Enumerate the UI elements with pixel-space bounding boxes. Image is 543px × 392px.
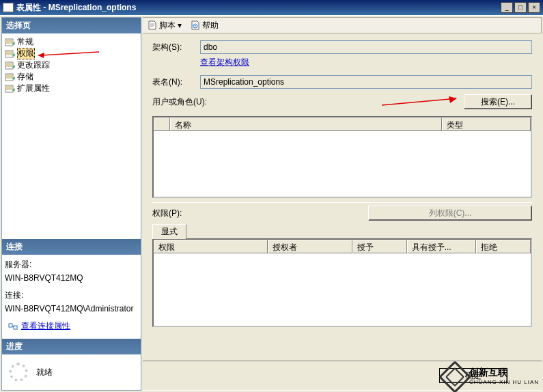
users-grid[interactable]: 名称 类型 — [152, 116, 532, 198]
script-icon — [147, 20, 158, 31]
page-icon — [5, 84, 16, 94]
script-button[interactable]: 脚本 ▾ — [147, 20, 182, 31]
sidebar-item-label: 权限 — [17, 48, 35, 59]
logo-icon — [438, 361, 471, 392]
svg-rect-8 — [14, 326, 17, 329]
connection-value: WIN-B8RVQT412MQ\Administrator — [5, 304, 138, 313]
script-label: 脚本 — [159, 20, 176, 31]
sidebar-item-label: 更改跟踪 — [17, 60, 50, 70]
connection-header: 连接 — [2, 239, 141, 255]
dropdown-icon: ▾ — [178, 20, 182, 30]
logo-subtext: CHUANG XIN HU LIAN — [469, 379, 539, 385]
annotation-arrow — [382, 96, 457, 107]
page-icon — [5, 72, 16, 82]
tab-explicit[interactable]: 显式 — [152, 224, 186, 239]
help-label: 帮助 — [202, 20, 219, 31]
minimize-button[interactable]: _ — [501, 2, 513, 13]
page-tree: 常规 权限 更改跟踪 存储 扩展属性 — [2, 33, 141, 97]
logo-text: 创新互联 — [469, 367, 507, 378]
page-icon — [5, 49, 16, 59]
name-column-header[interactable]: 名称 — [170, 117, 442, 131]
progress-ring-icon — [9, 363, 28, 382]
permissions-label: 权限(P): — [152, 208, 368, 219]
grantor-column-header[interactable]: 授权者 — [268, 240, 352, 253]
sidebar-item-general[interactable]: 常规 — [3, 36, 139, 48]
table-name-field[interactable] — [200, 75, 532, 89]
permission-column-header[interactable]: 权限 — [154, 240, 268, 253]
maximize-button[interactable]: □ — [514, 2, 527, 13]
deny-column-header[interactable]: 拒绝 — [476, 240, 531, 253]
row-selector-header[interactable] — [154, 117, 170, 131]
permissions-grid[interactable]: 权限 授权者 授予 具有授予... 拒绝 — [152, 238, 532, 327]
view-schema-permissions-link[interactable]: 查看架构权限 — [200, 57, 249, 67]
progress-status: 就绪 — [36, 367, 53, 378]
window-icon — [3, 3, 14, 12]
type-column-header[interactable]: 类型 — [442, 117, 531, 131]
toolbar: 脚本 ▾ ? 帮助 — [143, 17, 542, 33]
grant-column-header[interactable]: 授予 — [352, 240, 407, 253]
progress-header: 进度 — [2, 339, 141, 354]
help-icon: ? — [190, 20, 201, 31]
svg-marker-3 — [38, 53, 44, 58]
link-icon — [8, 321, 18, 332]
svg-line-12 — [382, 99, 450, 105]
svg-rect-7 — [9, 324, 12, 327]
title-bar: 表属性 - MSreplication_options _ □ × — [0, 0, 543, 15]
sidebar-item-label: 扩展属性 — [17, 83, 50, 94]
connection-label: 连接: — [5, 290, 138, 301]
sidebar-item-storage[interactable]: 存储 — [3, 71, 139, 83]
with-grant-column-header[interactable]: 具有授予... — [407, 240, 477, 253]
schema-field[interactable] — [200, 40, 532, 54]
window-title: 表属性 - MSreplication_options — [16, 2, 499, 14]
sidebar-item-extended-properties[interactable]: 扩展属性 — [3, 83, 139, 94]
server-label: 服务器: — [5, 259, 138, 270]
column-permissions-button[interactable]: 列权限(C)... — [368, 206, 532, 221]
watermark-logo: 创新互联 CHUANG XIN HU LIAN — [443, 365, 539, 389]
schema-label: 架构(S): — [152, 42, 200, 53]
page-icon — [5, 38, 16, 47]
sidebar-item-permissions[interactable]: 权限 — [3, 48, 139, 59]
annotation-arrow — [38, 50, 99, 58]
view-connection-properties-link[interactable]: 查看连接属性 — [21, 320, 70, 332]
select-page-header: 选择页 — [2, 18, 141, 33]
svg-marker-13 — [449, 96, 457, 103]
svg-line-2 — [42, 52, 99, 55]
close-button[interactable]: × — [528, 2, 540, 13]
help-button[interactable]: ? 帮助 — [190, 20, 219, 31]
grid-header: 权限 授权者 授予 具有授予... 拒绝 — [154, 240, 531, 253]
sidebar-item-label: 存储 — [17, 72, 33, 82]
page-icon — [5, 61, 16, 70]
sidebar-item-label: 常规 — [17, 37, 33, 47]
separator — [152, 202, 532, 203]
sidebar-item-change-tracking[interactable]: 更改跟踪 — [3, 59, 139, 71]
grid-header: 名称 类型 — [154, 117, 531, 131]
table-name-label: 表名(N): — [152, 76, 200, 88]
search-button[interactable]: 搜索(E)... — [464, 94, 532, 109]
server-value: WIN-B8RVQT412MQ — [5, 273, 138, 283]
